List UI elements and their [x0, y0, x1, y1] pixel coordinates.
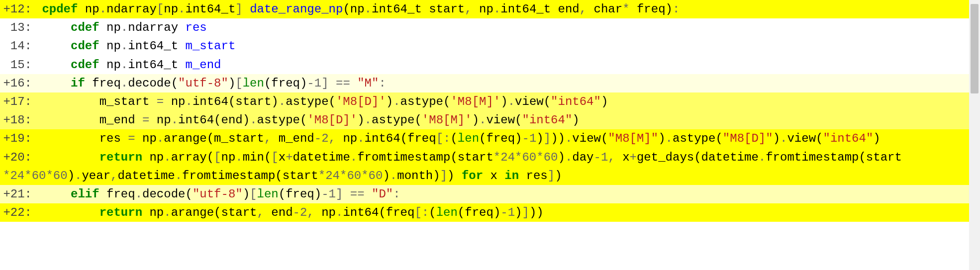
function-name: date_range_np	[250, 2, 343, 16]
scrollbar-thumb[interactable]	[971, 4, 979, 93]
line-gutter: +22:	[3, 203, 35, 222]
vertical-scrollbar[interactable]	[969, 0, 980, 270]
code-line: +16: if freq.decode("utf-8")[len(freq)-1…	[0, 74, 969, 92]
code-line: 13: cdef np.ndarray res	[0, 18, 969, 37]
line-gutter: +20:	[3, 148, 35, 167]
keyword: for	[462, 169, 483, 182]
keyword: return	[99, 151, 142, 164]
line-gutter: +18:	[3, 111, 35, 129]
keyword: in	[504, 169, 519, 182]
keyword: cdef	[71, 58, 99, 72]
line-gutter: 15:	[3, 56, 35, 74]
keyword: cpdef	[42, 2, 78, 16]
line-gutter: +12:	[3, 0, 35, 18]
code-line: +17: m_start = np.int64(start).astype('M…	[0, 92, 969, 111]
line-gutter: 13:	[3, 18, 35, 37]
cython-annotated-code: +12: cpdef np.ndarray[np.int64_t] date_r…	[0, 0, 969, 222]
code-line: +20: return np.array([np.min([x+datetime…	[0, 148, 969, 167]
keyword: return	[99, 206, 142, 219]
keyword: elif	[71, 187, 99, 201]
code-line-wrap: *24*60*60).year,datetime.fromtimestamp(s…	[0, 167, 969, 185]
code-viewport: +12: cpdef np.ndarray[np.int64_t] date_r…	[0, 0, 980, 270]
code-line: +18: m_end = np.int64(end).astype('M8[D]…	[0, 111, 969, 129]
line-gutter: +16:	[3, 74, 35, 92]
line-gutter: +21:	[3, 185, 35, 203]
code-line: +19: res = np.arange(m_start, m_end-2, n…	[0, 129, 969, 148]
keyword: if	[71, 77, 85, 90]
keyword: cdef	[71, 39, 99, 53]
code-line: 14: cdef np.int64_t m_start	[0, 37, 969, 55]
code-line: +21: elif freq.decode("utf-8")[len(freq)…	[0, 185, 969, 203]
code-line: 15: cdef np.int64_t m_end	[0, 56, 969, 74]
line-gutter: +17:	[3, 92, 35, 111]
line-gutter: 14:	[3, 37, 35, 55]
keyword: cdef	[71, 21, 99, 34]
line-gutter: +19:	[3, 129, 35, 148]
code-line: +12: cpdef np.ndarray[np.int64_t] date_r…	[0, 0, 969, 18]
code-line: +22: return np.arange(start, end-2, np.i…	[0, 203, 969, 222]
